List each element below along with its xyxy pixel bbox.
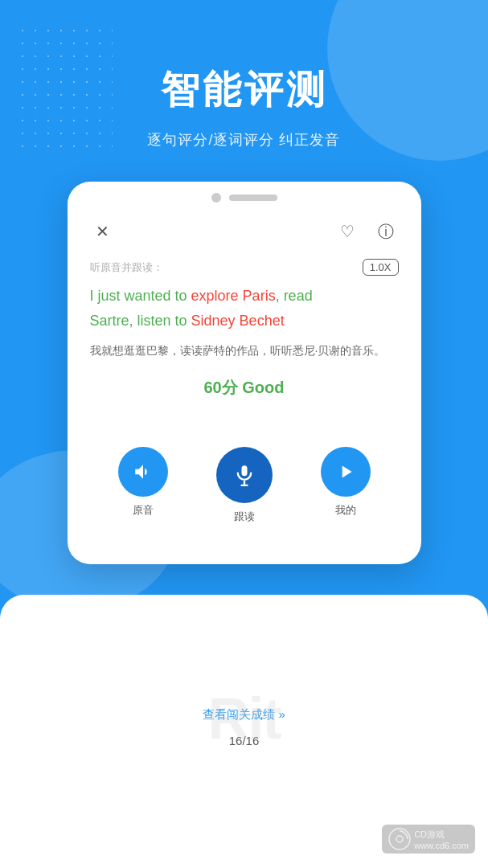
follow-read-button[interactable]: 跟读 xyxy=(216,447,273,524)
score-display: 60分 Good xyxy=(203,379,284,396)
english-part5: , listen to xyxy=(129,313,191,329)
phone-camera xyxy=(211,193,221,203)
mic-icon xyxy=(233,464,256,486)
icon-group-right: ♡ ⓘ xyxy=(334,219,399,244)
phone-speaker xyxy=(229,194,277,201)
listen-label: 听原音并跟读： xyxy=(90,260,163,275)
english-part4: Sartre xyxy=(90,313,129,329)
svg-point-5 xyxy=(396,836,403,842)
score-row: 60分 Good xyxy=(90,377,399,399)
svg-point-4 xyxy=(389,829,410,850)
original-label: 原音 xyxy=(133,503,154,518)
page-subtitle: 逐句评分/逐词评分 纠正发音 xyxy=(147,130,340,149)
phone-mockup: ✕ ♡ ⓘ 听原音并跟读： 1.0X I just wanted to e xyxy=(68,182,421,564)
main-content: 智能评测 逐句评分/逐词评分 纠正发音 ✕ ♡ ⓘ xyxy=(0,0,488,564)
play-icon xyxy=(335,461,356,482)
my-label: 我的 xyxy=(335,503,356,518)
follow-label: 跟读 xyxy=(234,510,255,524)
phone-inner: ✕ ♡ ⓘ 听原音并跟读： 1.0X I just wanted to e xyxy=(68,211,421,540)
my-recording-circle xyxy=(321,447,371,497)
page-title: 智能评测 xyxy=(161,64,328,116)
speaker-icon xyxy=(133,461,154,482)
bottom-controls: 原音 跟读 xyxy=(90,439,399,524)
phone-top-bar xyxy=(68,182,421,211)
english-part6: Sidney Bechet xyxy=(191,313,285,329)
heart-button[interactable]: ♡ xyxy=(334,219,360,244)
follow-read-circle xyxy=(216,447,273,503)
close-icon: ✕ xyxy=(96,222,109,241)
svg-rect-0 xyxy=(241,466,247,477)
watermark-container: CD游戏www.cd6.com xyxy=(382,825,475,854)
watermark: CD游戏www.cd6.com xyxy=(382,825,475,854)
cd-logo-icon xyxy=(388,828,411,850)
info-button[interactable]: ⓘ xyxy=(373,219,399,244)
rit-decoration: Rit xyxy=(208,686,281,751)
watermark-text: CD游戏www.cd6.com xyxy=(414,829,469,850)
speed-badge[interactable]: 1.0X xyxy=(363,259,399,276)
english-part2: explore Paris xyxy=(191,288,276,304)
close-button[interactable]: ✕ xyxy=(90,219,116,244)
english-part1: I just wanted to xyxy=(90,288,191,304)
svg-marker-3 xyxy=(342,466,351,478)
english-part3: , read xyxy=(276,288,313,304)
info-icon: ⓘ xyxy=(378,221,394,243)
chinese-translation: 我就想逛逛巴黎，读读萨特的作品，听听悉尼·贝谢的音乐。 xyxy=(90,341,399,361)
original-audio-circle xyxy=(118,447,168,497)
heart-icon: ♡ xyxy=(340,222,355,241)
label-row: 听原音并跟读： 1.0X xyxy=(90,259,399,276)
english-text-block: I just wanted to explore Paris, read Sar… xyxy=(90,284,399,333)
my-recording-button[interactable]: 我的 xyxy=(321,447,371,518)
phone-nav: ✕ ♡ ⓘ xyxy=(90,219,399,244)
original-audio-button[interactable]: 原音 xyxy=(118,447,168,518)
